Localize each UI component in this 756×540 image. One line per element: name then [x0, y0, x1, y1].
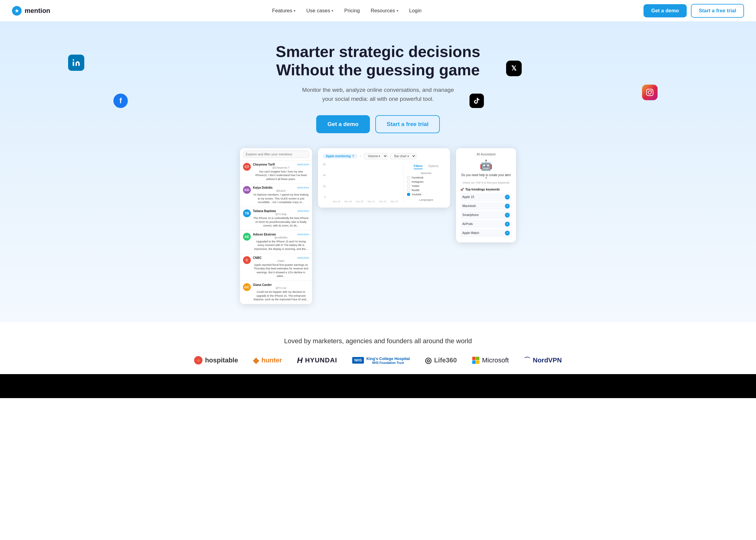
add-keyword-button[interactable]: +	[505, 195, 510, 200]
nav-links: Features ▾ Use cases ▾ Pricing Resources…	[272, 8, 422, 14]
mention-text: Hi r/Iphone members, I spend my time loo…	[253, 193, 309, 204]
hero-start-trial-button[interactable]: Start a free trial	[375, 115, 440, 133]
source-label: Twitter	[412, 185, 420, 188]
ai-assistant-panel: AI Assistant 🤖 Do you need help to creat…	[456, 148, 516, 242]
options-tab[interactable]: Options	[429, 164, 439, 169]
source-filter-item[interactable]: Facebook	[407, 176, 445, 179]
mention-handle: CNBC	[253, 259, 309, 262]
nav-use-cases[interactable]: Use cases ▾	[306, 8, 333, 14]
languages-section-title: Languages	[407, 198, 445, 201]
keyword-label: Smartphone	[462, 213, 478, 216]
logo-nordvpn: ⌒ NordVPN	[524, 356, 562, 365]
keyword-row: AirPods+	[460, 220, 512, 228]
microsoft-icon	[472, 356, 480, 364]
mention-item: C CNBC 16/02/2024 CNBC Apple reported fi…	[240, 254, 312, 281]
chart-filters-panel: Filters Options Sources FacebookInstagra…	[403, 163, 445, 203]
chart-bars-area: 60 40 20 0 Dec 18 Dec 19 Dec 20 Dec 21 D…	[323, 163, 400, 203]
add-keyword-button[interactable]: +	[505, 204, 510, 208]
mention-text: Upgraded to the iPhone 15 and I'm loving…	[253, 240, 309, 251]
source-checkbox[interactable]	[407, 193, 410, 196]
add-keyword-button[interactable]: +	[505, 231, 510, 235]
ai-sub-text: Check our TOP 8 to find your keywords	[460, 181, 512, 184]
chart-filter-tabs: Filters Options	[407, 163, 445, 169]
mention-item: CT Cheyenne Torff 20/02/2024 @Cheyenne.T…	[240, 161, 312, 184]
ai-question-text: Do you need help to create your alert ?	[460, 173, 512, 180]
source-checkbox[interactable]	[407, 180, 410, 183]
source-checkbox[interactable]	[407, 189, 410, 192]
mentions-search-bar[interactable]	[240, 148, 312, 161]
remove-tag-button[interactable]: ✕	[352, 155, 354, 158]
mention-text: Apple reported fiscal first-quarter earn…	[253, 263, 309, 278]
mentions-panel: CT Cheyenne Torff 20/02/2024 @Cheyenne.T…	[240, 148, 312, 304]
volume-select[interactable]: Volume ▾	[364, 153, 388, 159]
nhs-icon: NHS	[352, 357, 364, 363]
svg-point-0	[72, 59, 74, 61]
hero-get-demo-button[interactable]: Get a demo	[316, 115, 370, 133]
mention-content: Cheyenne Torff 20/02/2024 @Cheyenne.T Yo…	[253, 163, 309, 181]
source-filter-item[interactable]: Instagram	[407, 180, 445, 183]
mention-date: 16/02/2024	[297, 256, 309, 259]
nav-pricing[interactable]: Pricing	[344, 8, 360, 14]
source-checkbox[interactable]	[407, 176, 410, 179]
mention-content: Adison Ekstrom 16/02/2024 @AdiEkBo Upgra…	[253, 233, 309, 251]
logo-icon: ★	[12, 6, 22, 16]
nav-login[interactable]: Login	[409, 8, 422, 14]
nav-actions: Get a demo Start a free trial	[644, 4, 744, 18]
navbar: ★ mention Features ▾ Use cases ▾ Pricing…	[0, 0, 756, 22]
chevron-down-icon: ▾	[331, 9, 333, 13]
sources-list: FacebookInstagramTwitterRedditYoutube	[407, 176, 445, 196]
logo[interactable]: ★ mention	[12, 6, 51, 16]
hero-buttons: Get a demo Start a free trial	[12, 115, 744, 133]
svg-rect-5	[476, 357, 479, 360]
mention-name: Kaiya Dokidis	[253, 186, 273, 189]
mention-handle: @AdiEkBo	[253, 236, 309, 239]
footer	[0, 374, 756, 398]
chart-x-labels: Dec 18 Dec 19 Dec 20 Dec 21 Dec 22 Dec 2…	[323, 200, 400, 203]
rocket-icon: 🚀	[460, 188, 464, 191]
source-filter-item[interactable]: Reddit	[407, 189, 445, 192]
mention-handle: @KaDo	[253, 189, 309, 192]
mention-handle: @Tri.Car	[253, 287, 309, 290]
mention-avatar: TB	[243, 209, 251, 217]
source-filter-item[interactable]: Twitter	[407, 185, 445, 188]
mention-avatar: CT	[243, 163, 251, 171]
get-demo-button[interactable]: Get a demo	[644, 4, 687, 17]
keyword-row: Smartphone+	[460, 211, 512, 219]
mention-date: 16/02/2024	[297, 233, 309, 236]
mention-item: KD Kaiya Dokidis 20/02/2024 @KaDo Hi r/I…	[240, 184, 312, 207]
chart-panel: Apple monitoring ✕ + Volume ▾ Bar chart …	[318, 148, 450, 207]
svg-rect-1	[647, 89, 653, 96]
mention-text: Could not be happier with my decision to…	[253, 290, 309, 302]
keyword-label: AirPods	[462, 222, 473, 225]
mention-content: Tatiana Baptista 16/02/2024 @Tri.Bap The…	[253, 209, 309, 228]
hunter-icon: ◆	[253, 356, 259, 365]
nav-features[interactable]: Features ▾	[272, 8, 296, 14]
source-checkbox[interactable]	[407, 185, 410, 188]
mention-name: Cheyenne Torff	[253, 163, 275, 166]
mention-name: Giana Carder	[253, 283, 272, 287]
chart-type-select[interactable]: Bar chart ▾	[390, 153, 417, 159]
mention-name: Tatiana Baptista	[253, 209, 276, 213]
ai-title: AI Assistant	[460, 152, 512, 156]
start-trial-button[interactable]: Start a free trial	[691, 4, 744, 18]
source-filter-item[interactable]: Youtube	[407, 193, 445, 196]
mention-text: The iPhone 15 is undoubtedly the best iP…	[253, 216, 309, 228]
mention-date: 20/02/2024	[297, 163, 309, 166]
filters-tab[interactable]: Filters	[414, 164, 423, 169]
hyundai-icon: H	[297, 356, 303, 365]
chart-area: 60 40 20 0 Dec 18 Dec 19 Dec 20 Dec 21 D…	[323, 163, 445, 203]
facebook-icon: f	[113, 93, 128, 108]
mention-content: Giana Carder @Tri.Car Could not be happi…	[253, 283, 309, 302]
search-input[interactable]	[243, 151, 309, 158]
mention-content: Kaiya Dokidis 20/02/2024 @KaDo Hi r/Ipho…	[253, 186, 309, 204]
add-keyword-button[interactable]: +	[505, 222, 510, 226]
instagram-icon	[642, 84, 658, 100]
add-keyword-button[interactable]: +	[505, 213, 510, 217]
linkedin-icon	[68, 55, 84, 71]
nav-resources[interactable]: Resources ▾	[370, 8, 398, 14]
logo-text: mention	[25, 7, 51, 15]
source-label: Youtube	[412, 193, 422, 196]
keyword-row: Apple Watch+	[460, 229, 512, 237]
chart-toolbar: Apple monitoring ✕ + Volume ▾ Bar chart …	[323, 153, 445, 159]
keyword-label: Apple Watch	[462, 231, 479, 235]
